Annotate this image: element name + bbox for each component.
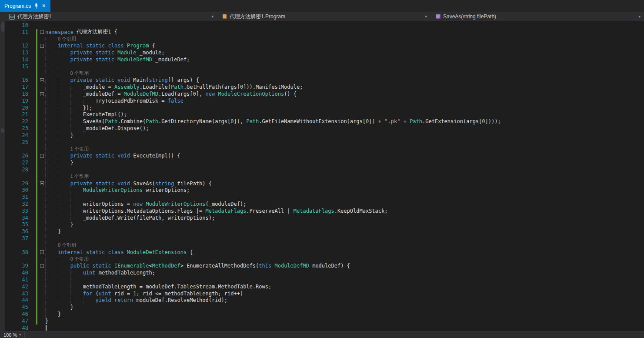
line-number[interactable]: 45 [5,304,32,310]
code-line[interactable]: 47} [5,318,644,325]
code-line[interactable]: 36} [5,228,644,235]
line-number[interactable]: 48 [5,325,32,331]
code-content[interactable]: } [45,228,61,235]
code-content[interactable] [45,276,83,283]
fold-collapse-icon[interactable] [38,29,45,36]
line-number[interactable]: 10 [5,22,32,28]
code-content[interactable]: 1 个引用 [45,146,89,153]
code-line[interactable]: 19TryToLoadPdbFromDisk = false [5,97,644,104]
line-number[interactable]: 36 [5,228,32,234]
line-number[interactable]: 23 [5,125,32,131]
code-content[interactable]: for (uint rid = 1; rid <= methodTableLen… [45,290,243,297]
code-line[interactable]: 20}); [5,104,644,111]
codelens-references-link[interactable]: 0 个引用 [58,36,76,42]
codelens-row[interactable]: 0 个引用 [5,256,644,263]
line-number[interactable]: 18 [5,91,32,97]
code-line[interactable]: 18_moduleDef = ModuleDefMD.Load(args[0],… [5,90,644,97]
code-content[interactable]: _moduleDef.Write(filePath, writerOptions… [45,214,215,221]
line-number[interactable]: 42 [5,284,32,290]
line-number[interactable]: 12 [5,43,32,49]
code-line[interactable]: 17_module = Assembly.LoadFile(Path.GetFu… [5,84,644,90]
code-content[interactable]: 0 个引用 [45,70,89,77]
line-number[interactable]: 29 [5,181,32,187]
codelens-references-link[interactable]: 0 个引用 [70,70,89,77]
code-content[interactable]: methodTableLength = moduleDef.TablesStre… [45,283,271,290]
code-content[interactable]: private static void SaveAs(string filePa… [45,180,212,187]
code-content[interactable]: SaveAs(Path.Combine(Path.GetDirectoryNam… [45,118,501,125]
code-line[interactable]: 30ModuleWriterOptions writerOptions; [5,187,644,194]
code-content[interactable]: } [45,221,73,228]
tab-program-cs[interactable]: Program.cs ✕ [0,0,50,12]
scrollbar-nub[interactable] [1,22,4,32]
code-content[interactable]: 1 个引用 [45,173,89,180]
line-number[interactable]: 25 [5,139,32,145]
code-content[interactable]: } [45,311,61,318]
code-content[interactable] [45,194,83,201]
code-line[interactable]: 12internal static class Program { [5,42,644,49]
code-content[interactable] [45,139,70,146]
line-number[interactable]: 46 [5,311,32,317]
nav-project-dropdown[interactable]: C# 代理方法解密1 ▾ [7,12,216,21]
code-line[interactable]: 39public static IEnumerable<MethodDef> E… [5,262,644,269]
line-number[interactable]: 21 [5,111,32,117]
line-number[interactable]: 44 [5,297,32,303]
code-line[interactable]: 44yield return moduleDef.ResolveMethod(r… [5,297,644,304]
code-line[interactable]: 48 [5,325,644,331]
code-content[interactable]: private static void Main(string[] args) … [45,77,199,84]
code-editor[interactable]: 1011namespace 代理方法解密1 {0 个引用12internal s… [5,21,644,331]
line-number[interactable]: 38 [5,249,32,255]
line-number[interactable]: 28 [5,167,32,173]
code-line[interactable]: 26private static void ExecuteImpl() { [5,152,644,159]
line-number[interactable]: 11 [5,29,32,35]
code-content[interactable]: } [45,132,73,139]
code-content[interactable]: uint methodTableLength; [45,269,155,276]
codelens-references-link[interactable]: 1 个引用 [70,173,89,180]
code-line[interactable]: 10 [5,22,644,29]
line-number[interactable]: 27 [5,160,32,166]
code-line[interactable]: 35} [5,221,644,228]
close-icon[interactable]: ✕ [42,3,46,8]
line-number[interactable]: 24 [5,132,32,138]
horizontal-scrollbar[interactable] [25,331,644,338]
line-number[interactable]: 43 [5,291,32,297]
code-content[interactable]: private static Module _module; [45,49,165,56]
code-line[interactable]: 45} [5,304,644,311]
code-line[interactable]: 34_moduleDef.Write(filePath, writerOptio… [5,214,644,221]
code-content[interactable]: writerOptions.MetadataOptions.Flags |= M… [45,207,387,214]
codelens-row[interactable]: 1 个引用 [5,146,644,153]
codelens-references-link[interactable]: 0 个引用 [58,242,76,248]
line-number[interactable]: 47 [5,318,32,324]
line-number[interactable]: 16 [5,77,32,83]
code-content[interactable]: ModuleWriterOptions writerOptions; [45,187,190,194]
fold-collapse-icon[interactable] [38,90,45,97]
code-line[interactable]: 40uint methodTableLength; [5,269,644,276]
code-content[interactable]: _moduleDef.Dispose(); [45,125,149,132]
fold-collapse-icon[interactable] [38,180,45,187]
codelens-row[interactable]: 0 个引用 [5,70,644,77]
code-line[interactable]: 41 [5,276,644,283]
code-content[interactable]: yield return moduleDef.ResolveMethod(rid… [45,297,227,304]
code-content[interactable]: } [45,318,48,325]
nav-member-dropdown[interactable]: SaveAs(string filePath) ▾ [434,12,643,21]
code-content[interactable]: 0 个引用 [45,256,89,263]
code-content[interactable]: 0 个引用 [45,242,76,249]
code-content[interactable] [45,325,47,331]
nav-type-dropdown[interactable]: 代理方法解密1.Program ▾ [220,12,430,21]
fold-collapse-icon[interactable] [38,42,45,49]
code-line[interactable]: 28 [5,166,644,173]
code-line[interactable]: 31 [5,194,644,201]
code-line[interactable]: 13private static Module _module; [5,49,644,56]
line-number[interactable]: 13 [5,50,32,56]
codelens-row[interactable]: 0 个引用 [5,36,644,43]
pin-icon[interactable] [34,3,38,9]
zoom-control[interactable]: 100 % ▾ [0,331,25,338]
code-content[interactable]: 0 个引用 [45,36,76,43]
code-content[interactable]: public static IEnumerable<MethodDef> Enu… [45,262,350,269]
line-number[interactable]: 15 [5,64,32,70]
code-line[interactable]: 14private static ModuleDefMD _moduleDef; [5,56,644,63]
line-number[interactable]: 39 [5,263,32,269]
line-number[interactable]: 40 [5,270,32,276]
line-number[interactable]: 14 [5,57,32,63]
code-line[interactable]: 43for (uint rid = 1; rid <= methodTableL… [5,290,644,297]
line-number[interactable]: 26 [5,153,32,159]
